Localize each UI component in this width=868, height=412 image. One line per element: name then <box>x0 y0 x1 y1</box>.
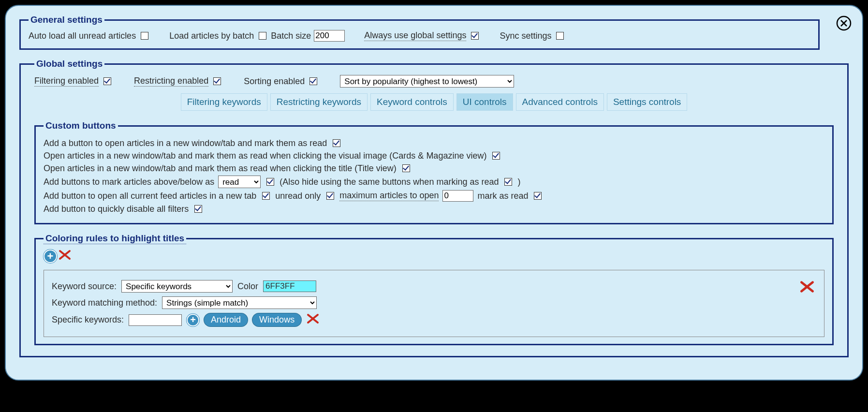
x-icon <box>306 313 320 324</box>
cb-title-click-checkbox[interactable] <box>402 164 410 172</box>
cb-visual-click-checkbox[interactable] <box>492 152 500 160</box>
cb-title-click-label: Open articles in a new window/tab and ma… <box>44 163 397 174</box>
cb-unread-only-label: unread only <box>275 191 321 201</box>
cb-open-new-tab-label: Add a button to open articles in a new w… <box>44 138 327 148</box>
cb-open-all-checkbox[interactable] <box>262 192 270 200</box>
filtering-enabled-checkbox[interactable] <box>103 77 111 85</box>
general-settings-legend: General settings <box>29 15 104 25</box>
cb-also-hide-label: (Also hide using the same buttons when m… <box>280 177 499 187</box>
add-keyword-button[interactable]: + <box>187 314 199 326</box>
tab-bar: Filtering keywords Restricting keywords … <box>34 93 834 111</box>
cb-open-all-label: Add button to open all current feed arti… <box>44 191 256 201</box>
cb-mark-as-read-checkbox[interactable] <box>534 192 542 200</box>
close-button[interactable] <box>836 15 852 31</box>
settings-panel: General settings Auto load all unread ar… <box>5 5 863 381</box>
mark-as-select[interactable]: read <box>218 176 261 188</box>
color-label: Color <box>237 281 258 292</box>
load-batch-label: Load articles by batch <box>169 31 254 41</box>
load-batch-checkbox[interactable] <box>259 32 266 40</box>
batch-size-label: Batch size <box>271 31 311 41</box>
auto-load-label: Auto load all unread articles <box>29 31 136 41</box>
sorting-enabled-checkbox[interactable] <box>309 77 317 85</box>
sync-settings-label: Sync settings <box>500 31 551 41</box>
coloring-rules-legend: Coloring rules to highlight titles <box>44 233 186 244</box>
global-settings-fieldset: Global settings Filtering enabled Restri… <box>19 59 849 357</box>
keyword-matching-select[interactable]: Strings (simple match) <box>162 296 317 309</box>
specific-keywords-input[interactable] <box>129 314 182 326</box>
tab-settings-controls[interactable]: Settings controls <box>607 93 687 111</box>
tab-ui-controls[interactable]: UI controls <box>456 93 513 111</box>
tab-keyword-controls[interactable]: Keyword controls <box>370 93 454 111</box>
cb-mark-as-read-label: mark as read <box>477 191 528 201</box>
tab-restricting-keywords[interactable]: Restricting keywords <box>270 93 368 111</box>
clear-rules-button[interactable] <box>58 249 72 263</box>
coloring-rules-fieldset: Coloring rules to highlight titles + <box>34 233 834 345</box>
restricting-enabled-checkbox[interactable] <box>213 77 221 85</box>
specific-keywords-label: Specific keywords: <box>52 315 124 325</box>
cb-unread-only-checkbox[interactable] <box>326 192 334 200</box>
x-icon <box>799 280 815 294</box>
custom-buttons-legend: Custom buttons <box>44 120 118 131</box>
auto-load-checkbox[interactable] <box>141 32 148 40</box>
restricting-enabled-label: Restricting enabled <box>134 76 208 87</box>
filtering-enabled-label: Filtering enabled <box>34 76 99 87</box>
cb-open-new-tab-checkbox[interactable] <box>333 139 340 147</box>
cb-mark-above-below-label: Add buttons to mark articles above/below… <box>44 177 214 187</box>
keyword-pill[interactable]: Windows <box>252 313 301 326</box>
keyword-pill[interactable]: Android <box>204 313 248 326</box>
clear-keywords-button[interactable] <box>306 313 320 327</box>
cb-disable-filters-label: Add button to quickly disable all filter… <box>44 204 189 214</box>
cb-max-articles-label: maximum articles to open <box>339 191 439 201</box>
delete-rule-button[interactable] <box>799 280 815 296</box>
general-settings-fieldset: General settings Auto load all unread ar… <box>19 15 820 50</box>
keyword-source-label: Keyword source: <box>52 281 117 292</box>
keyword-matching-label: Keyword matching method: <box>52 298 157 308</box>
x-icon <box>58 249 72 261</box>
color-input[interactable] <box>263 280 316 292</box>
add-rule-button[interactable]: + <box>44 250 57 263</box>
cb-disable-filters-checkbox[interactable] <box>194 205 202 213</box>
close-icon <box>836 15 852 31</box>
sort-select[interactable]: Sort by popularity (highest to lowest) <box>340 75 514 88</box>
plus-icon: + <box>47 250 54 263</box>
batch-size-input[interactable] <box>314 30 345 42</box>
sync-settings-checkbox[interactable] <box>556 32 564 40</box>
global-settings-legend: Global settings <box>34 59 104 69</box>
cb-also-hide-checkbox[interactable] <box>504 178 512 186</box>
always-global-label: Always use global settings <box>364 30 466 41</box>
coloring-rule: Keyword source: Specific keywords Color … <box>44 270 824 337</box>
always-global-checkbox[interactable] <box>471 32 479 40</box>
sorting-enabled-label: Sorting enabled <box>244 76 305 87</box>
tab-advanced-controls[interactable]: Advanced controls <box>516 93 604 111</box>
tab-filtering-keywords[interactable]: Filtering keywords <box>181 93 267 111</box>
custom-buttons-fieldset: Custom buttons Add a button to open arti… <box>34 120 834 224</box>
keyword-source-select[interactable]: Specific keywords <box>121 280 233 293</box>
cb-mark-above-below-checkbox[interactable] <box>266 178 274 186</box>
plus-icon: + <box>190 314 196 325</box>
cb-also-hide-close: ) <box>517 177 520 187</box>
max-articles-input[interactable] <box>442 190 473 202</box>
cb-visual-click-label: Open articles in a new window/tab and ma… <box>44 151 486 161</box>
